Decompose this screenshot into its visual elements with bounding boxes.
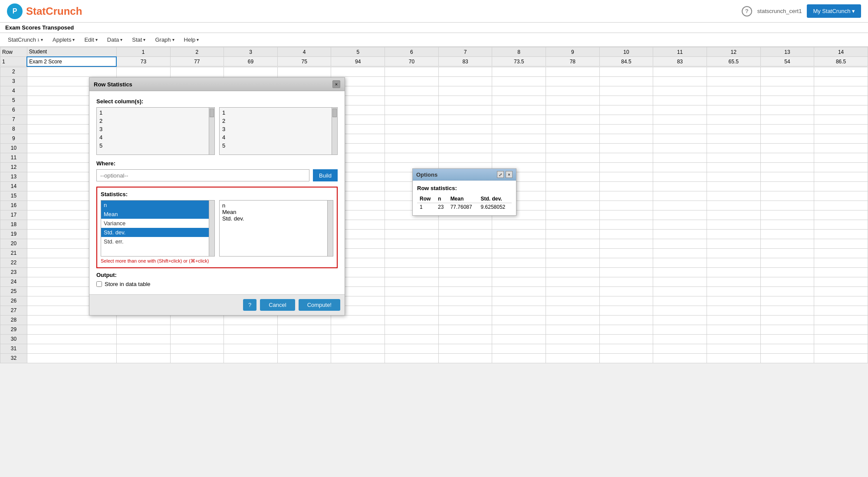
- cell-2-7[interactable]: [385, 67, 439, 76]
- cell-12-13[interactable]: [707, 162, 760, 172]
- cell-8-9[interactable]: [492, 124, 546, 134]
- cell-25-9[interactable]: [492, 286, 546, 296]
- cell-22-11[interactable]: [599, 258, 653, 267]
- cell-26-11[interactable]: [599, 296, 653, 306]
- cell-24-15[interactable]: [814, 277, 868, 286]
- cell-20-14[interactable]: [760, 239, 814, 248]
- build-button[interactable]: Build: [313, 169, 338, 181]
- list-item[interactable]: 4: [220, 133, 331, 141]
- cell-16-13[interactable]: [707, 201, 760, 210]
- cell-3-13[interactable]: [707, 76, 760, 86]
- cell-1-5[interactable]: 94: [331, 57, 385, 66]
- cell-12-12[interactable]: [653, 162, 707, 172]
- cell-17-14[interactable]: [760, 210, 814, 220]
- cell-15-14[interactable]: [760, 191, 814, 201]
- cell-21-8[interactable]: [438, 248, 492, 258]
- cell-17-12[interactable]: [653, 210, 707, 220]
- cell-23-10[interactable]: [546, 267, 600, 277]
- cell-1-12[interactable]: 65.5: [707, 57, 760, 66]
- cell-1-6[interactable]: 70: [385, 57, 439, 66]
- cell-28-10[interactable]: [546, 315, 600, 325]
- cell-25-11[interactable]: [599, 286, 653, 296]
- cell-7-8[interactable]: [438, 115, 492, 124]
- cell-5-9[interactable]: [492, 95, 546, 105]
- cell-4-14[interactable]: [760, 86, 814, 95]
- cell-32-10[interactable]: [546, 353, 600, 363]
- cell-20-13[interactable]: [707, 239, 760, 248]
- cancel-button[interactable]: Cancel: [260, 299, 295, 311]
- cell-21-10[interactable]: [546, 248, 600, 258]
- cell-30-4[interactable]: [224, 334, 278, 344]
- cell-7-7[interactable]: [385, 115, 439, 124]
- cell-31-12[interactable]: [653, 344, 707, 353]
- cell-1-14[interactable]: 86.5: [814, 57, 868, 66]
- cell-1-10[interactable]: 84.5: [599, 57, 653, 66]
- cell-25-10[interactable]: [546, 286, 600, 296]
- cell-10-12[interactable]: [653, 143, 707, 153]
- stat-item-n[interactable]: n: [101, 201, 209, 210]
- cell-31-13[interactable]: [707, 344, 760, 353]
- cell-23-14[interactable]: [760, 267, 814, 277]
- stat-item-stderr[interactable]: Std. err.: [101, 237, 209, 246]
- help-button[interactable]: ?: [243, 299, 256, 311]
- cell-25-15[interactable]: [814, 286, 868, 296]
- cell-6-8[interactable]: [438, 105, 492, 115]
- cell-32-4[interactable]: [224, 353, 278, 363]
- cell-19-15[interactable]: [814, 229, 868, 239]
- cell-8-7[interactable]: [385, 124, 439, 134]
- stat-item-mean[interactable]: Mean: [101, 210, 209, 219]
- cell-29-2[interactable]: [116, 325, 170, 334]
- cell-20-9[interactable]: [492, 239, 546, 248]
- cell-12-14[interactable]: [760, 162, 814, 172]
- cell-31-4[interactable]: [224, 344, 278, 353]
- list-item[interactable]: 1: [220, 109, 331, 117]
- cell-22-9[interactable]: [492, 258, 546, 267]
- cell-16-12[interactable]: [653, 201, 707, 210]
- cell-30-6[interactable]: [331, 334, 385, 344]
- cell-5-8[interactable]: [438, 95, 492, 105]
- cell-19-13[interactable]: [707, 229, 760, 239]
- cell-30-9[interactable]: [492, 334, 546, 344]
- cell-13-14[interactable]: [760, 172, 814, 181]
- cell-30-1[interactable]: [27, 334, 116, 344]
- cell-32-2[interactable]: [116, 353, 170, 363]
- cell-11-9[interactable]: [492, 153, 546, 162]
- cell-25-7[interactable]: [385, 286, 439, 296]
- cell-18-14[interactable]: [760, 220, 814, 229]
- cell-30-10[interactable]: [546, 334, 600, 344]
- cell-26-12[interactable]: [653, 296, 707, 306]
- options-expand-icon[interactable]: ⤢: [497, 171, 504, 178]
- cell-1-4[interactable]: 75: [277, 57, 331, 66]
- cell-30-13[interactable]: [707, 334, 760, 344]
- cell-31-6[interactable]: [331, 344, 385, 353]
- cell-26-7[interactable]: [385, 296, 439, 306]
- cell-14-15[interactable]: [814, 181, 868, 191]
- cell-2-14[interactable]: [760, 67, 814, 76]
- cell-15-11[interactable]: [599, 191, 653, 201]
- cell-14-14[interactable]: [760, 181, 814, 191]
- cell-3-9[interactable]: [492, 76, 546, 86]
- cell-31-7[interactable]: [385, 344, 439, 353]
- cell-9-15[interactable]: [814, 134, 868, 143]
- cell-24-9[interactable]: [492, 277, 546, 286]
- cell-7-13[interactable]: [707, 115, 760, 124]
- cell-30-3[interactable]: [170, 334, 224, 344]
- cell-28-11[interactable]: [599, 315, 653, 325]
- options-close-icon[interactable]: ×: [506, 171, 513, 178]
- cell-13-13[interactable]: [707, 172, 760, 181]
- cell-31-9[interactable]: [492, 344, 546, 353]
- cell-30-11[interactable]: [599, 334, 653, 344]
- cell-18-7[interactable]: [385, 220, 439, 229]
- cell-3-7[interactable]: [385, 76, 439, 86]
- cell-3-14[interactable]: [760, 76, 814, 86]
- cell-29-5[interactable]: [277, 325, 331, 334]
- cell-9-10[interactable]: [546, 134, 600, 143]
- cell-8-10[interactable]: [546, 124, 600, 134]
- menu-data[interactable]: Data▾: [103, 35, 127, 45]
- cell-16-14[interactable]: [760, 201, 814, 210]
- menu-graph[interactable]: Graph▾: [151, 35, 178, 45]
- cell-2-13[interactable]: [707, 67, 760, 76]
- cell-11-10[interactable]: [546, 153, 600, 162]
- cell-14-13[interactable]: [707, 181, 760, 191]
- cell-32-11[interactable]: [599, 353, 653, 363]
